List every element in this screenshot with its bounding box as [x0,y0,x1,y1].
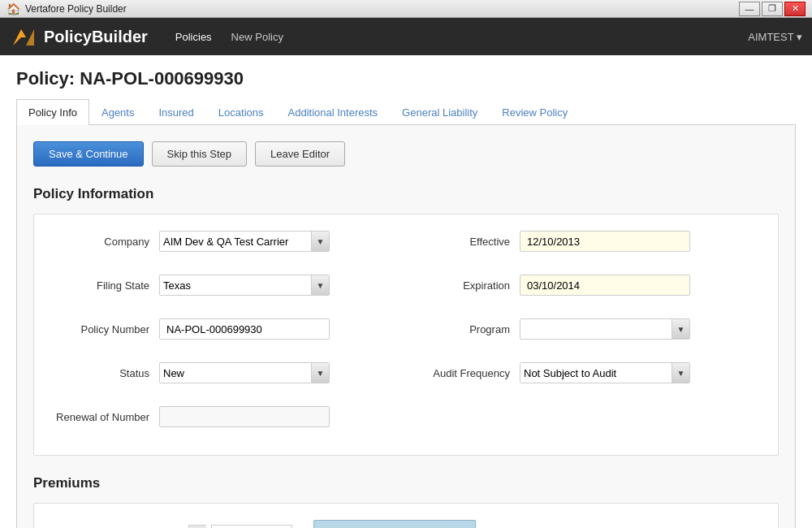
general-liability-premium-input[interactable] [211,525,292,528]
filing-state-row: Filing State Texas ▼ [54,275,398,296]
premiums-title: Premiums [33,475,779,491]
status-dropdown-arrow[interactable]: ▼ [311,363,329,383]
expiration-input[interactable] [520,275,690,296]
audit-frequency-label: Audit Frequency [414,367,520,379]
form-columns: Company AIM Dev & QA Test Carrier ▼ Fili… [54,231,758,439]
close-button[interactable]: ✕ [784,2,806,16]
skip-step-button[interactable]: Skip this Step [152,141,248,167]
logo-text: PolicyBuilder [44,28,148,46]
lines-of-business-button[interactable]: Lines of Business [313,520,476,528]
premiums-card: General Liability Premium $ Lines of Bus… [33,503,779,528]
policy-information-title: Policy Information [33,186,779,202]
form-col-left: Company AIM Dev & QA Test Carrier ▼ Fili… [54,231,398,439]
program-dropdown[interactable]: ▼ [520,318,690,340]
tab-review-policy[interactable]: Review Policy [490,99,580,125]
expiration-row: Expiration [414,275,758,296]
policy-information-card: Company AIM Dev & QA Test Carrier ▼ Fili… [33,214,779,456]
status-select[interactable]: New [160,363,311,383]
renewal-label: Renewal of Number [54,411,159,423]
audit-frequency-dropdown[interactable]: Not Subject to Audit ▼ [520,362,690,383]
status-dropdown[interactable]: New ▼ [159,362,330,383]
action-row: Save & Continue Skip this Step Leave Edi… [33,141,779,167]
form-col-right: Effective Expiration Program [414,231,758,439]
premium-row: General Liability Premium $ Lines of Bus… [54,520,758,528]
leave-editor-button[interactable]: Leave Editor [255,141,345,167]
minimize-button[interactable]: — [739,2,760,16]
policy-information-section: Policy Information Company AIM Dev & QA … [33,186,779,456]
audit-frequency-row: Audit Frequency Not Subject to Audit ▼ [414,362,758,383]
policy-number-row: Policy Number [54,318,398,340]
tab-insured[interactable]: Insured [146,99,205,125]
tab-content: Save & Continue Skip this Step Leave Edi… [16,125,796,528]
filing-state-select[interactable]: Texas [160,275,311,295]
window-controls: — ❐ ✕ [739,2,806,16]
filing-state-dropdown[interactable]: Texas ▼ [159,275,330,296]
policy-number-label: Policy Number [54,323,159,335]
renewal-number-input[interactable] [159,406,330,427]
app-header: PolicyBuilder Policies New Policy AIMTES… [0,18,812,55]
user-menu[interactable]: AIMTEST ▾ [748,31,802,43]
nav-area: Policies New Policy [167,28,292,46]
effective-label: Effective [414,236,520,248]
premiums-section: Premiums General Liability Premium $ Lin… [33,475,779,528]
company-dropdown[interactable]: AIM Dev & QA Test Carrier ▼ [159,231,330,252]
tab-policy-info[interactable]: Policy Info [16,99,89,125]
renewal-row: Renewal of Number [54,406,398,427]
restore-button[interactable]: ❐ [762,2,783,16]
program-select[interactable] [520,319,672,339]
program-dropdown-arrow[interactable]: ▼ [672,319,689,339]
app-icon: 🏠 [6,2,20,15]
program-row: Program ▼ [414,318,758,340]
save-continue-button[interactable]: Save & Continue [33,141,144,167]
policy-number-input[interactable] [159,318,330,340]
main-content: Policy: NA-POL-000699930 Policy Info Age… [0,55,812,528]
filing-state-dropdown-arrow[interactable]: ▼ [311,275,329,295]
effective-input[interactable] [520,231,690,252]
status-row: Status New ▼ [54,362,398,383]
nav-new-policy[interactable]: New Policy [223,28,292,46]
company-dropdown-arrow[interactable]: ▼ [311,232,329,251]
audit-frequency-dropdown-arrow[interactable]: ▼ [672,363,689,383]
title-bar: 🏠 Vertafore Policy Builder — ❐ ✕ [0,0,812,18]
filing-state-label: Filing State [54,279,159,292]
window-title: Vertafore Policy Builder [25,3,734,15]
tab-additional-interests[interactable]: Additional Interests [276,99,391,125]
company-label: Company [54,236,159,248]
program-label: Program [414,323,520,335]
expiration-label: Expiration [414,279,520,292]
tab-locations[interactable]: Locations [206,99,276,125]
audit-frequency-select[interactable]: Not Subject to Audit [520,363,672,383]
effective-row: Effective [414,231,758,252]
nav-policies[interactable]: Policies [167,28,220,46]
tab-general-liability[interactable]: General Liability [390,99,490,125]
company-row: Company AIM Dev & QA Test Carrier ▼ [54,231,398,252]
tab-agents[interactable]: Agents [89,99,146,125]
logo-area: PolicyBuilder [10,23,148,50]
status-label: Status [54,367,159,379]
tabs: Policy Info Agents Insured Locations Add… [16,99,796,125]
logo-icon [10,23,37,50]
currency-symbol: $ [188,525,206,528]
page-title: Policy: NA-POL-000699930 [16,68,796,89]
company-select[interactable]: AIM Dev & QA Test Carrier [160,232,311,251]
